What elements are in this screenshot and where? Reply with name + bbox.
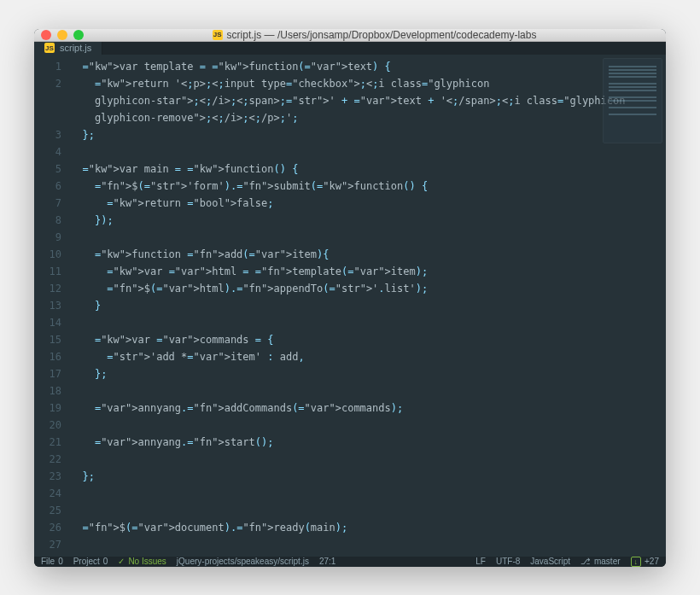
status-language[interactable]: JavaScript xyxy=(530,557,570,566)
title-text: script.js — /Users/jonsamp/Dropbox/Devel… xyxy=(227,29,537,41)
status-project-count: 0 xyxy=(103,557,108,566)
git-branch-icon: ⎇ xyxy=(580,557,591,566)
minimize-icon[interactable] xyxy=(57,30,67,40)
code-editor[interactable]: 12 3456789101112131415161718192021222324… xyxy=(34,55,666,557)
minimap[interactable] xyxy=(603,58,662,143)
status-branch-name: master xyxy=(594,557,621,566)
status-project[interactable]: Project 0 xyxy=(73,557,108,566)
git-add-icon: ↓ xyxy=(631,557,642,567)
maximize-icon[interactable] xyxy=(73,30,84,40)
status-path[interactable]: jQuery-projects/speakeasy/script.js xyxy=(177,557,309,566)
status-git-changes[interactable]: ↓ +27 xyxy=(631,557,659,567)
close-icon[interactable] xyxy=(41,30,51,40)
status-encoding[interactable]: UTF-8 xyxy=(496,557,520,566)
status-file-count: 0 xyxy=(58,557,63,566)
status-file-label: File xyxy=(41,557,55,566)
tab-script-js[interactable]: JS script.js xyxy=(34,42,102,55)
status-line-ending[interactable]: LF xyxy=(475,557,486,566)
js-file-icon: JS xyxy=(213,30,223,40)
titlebar: JS script.js — /Users/jonsamp/Dropbox/De… xyxy=(34,29,666,42)
status-branch[interactable]: ⎇ master xyxy=(580,557,621,566)
status-git-changes-count: +27 xyxy=(645,557,659,566)
check-icon: ✓ xyxy=(118,557,125,566)
statusbar: File 0 Project 0 ✓ No Issues jQuery-proj… xyxy=(34,557,666,567)
js-file-icon: JS xyxy=(44,43,55,53)
tabbar: JS script.js xyxy=(34,42,666,55)
status-project-label: Project xyxy=(73,557,100,566)
status-issues-text: No Issues xyxy=(128,557,166,566)
line-number-gutter: 12 3456789101112131415161718192021222324… xyxy=(34,55,70,557)
status-cursor[interactable]: 27:1 xyxy=(319,557,335,566)
editor-window: JS script.js — /Users/jonsamp/Dropbox/De… xyxy=(34,29,666,567)
status-file[interactable]: File 0 xyxy=(41,557,63,566)
status-issues[interactable]: ✓ No Issues xyxy=(118,557,166,566)
code-area[interactable]: ="kw">var template = ="kw">function(="va… xyxy=(70,55,666,557)
tab-label: script.js xyxy=(60,43,91,53)
window-title: JS script.js — /Users/jonsamp/Dropbox/De… xyxy=(90,29,659,41)
